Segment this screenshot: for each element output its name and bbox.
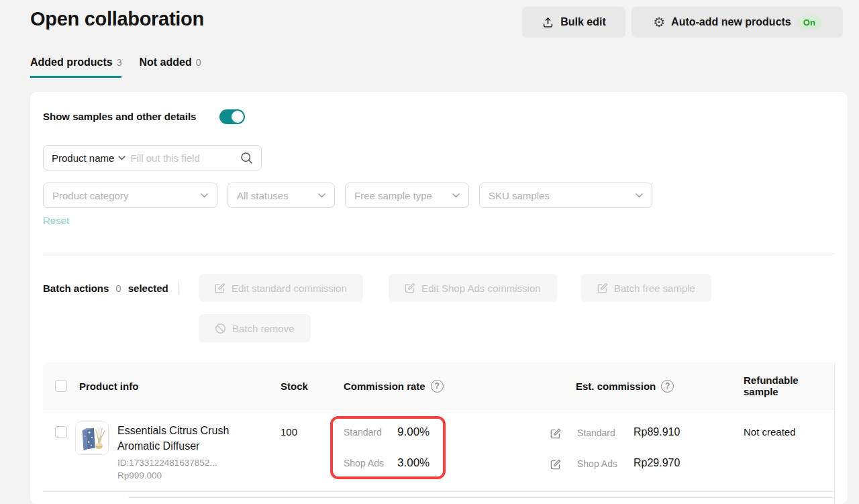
tab-not-added[interactable]: Not added 0 (139, 56, 201, 78)
free-sample-type-select[interactable]: Free sample type (345, 183, 469, 208)
vertical-separator (178, 281, 179, 295)
product-category-select[interactable]: Product category (43, 183, 217, 208)
tab-not-added-label: Not added (139, 56, 191, 68)
batch-free-sample-label: Batch free sample (614, 283, 695, 294)
est-shop-ads-label: Shop Ads (577, 458, 617, 469)
table-header-row: Product info Stock Commission rate ? Est… (43, 362, 834, 409)
column-header-est-commission: Est. commission ? (576, 362, 674, 409)
est-standard-value: Rp89.910 (634, 426, 680, 438)
show-samples-label: Show samples and other details (43, 111, 196, 122)
toggle-knob (232, 111, 244, 123)
page-title: Open collaboration (30, 8, 204, 30)
batch-free-sample-button[interactable]: Batch free sample (581, 274, 711, 302)
chevron-down-icon (318, 193, 325, 198)
tab-added-products-label: Added products (30, 56, 113, 68)
column-header-product-info: Product info (79, 362, 138, 409)
sku-samples-select-label: SKU samples (489, 190, 550, 201)
column-header-stock: Stock (281, 362, 308, 409)
search-icon[interactable] (240, 152, 253, 164)
batch-selected-label: selected (128, 283, 168, 294)
auto-add-status-badge: On (797, 15, 821, 30)
commission-standard-label: Standard (344, 427, 382, 438)
batch-actions-summary: Batch actions 0 selected (43, 274, 179, 302)
product-id: ID:1733122481637852... (117, 458, 217, 468)
help-icon[interactable]: ? (431, 380, 444, 393)
help-icon[interactable]: ? (661, 380, 674, 393)
est-standard-label: Standard (577, 427, 615, 438)
batch-actions-label: Batch actions (43, 283, 109, 294)
edit-icon (597, 283, 608, 293)
commission-shop-ads-value: 3.00% (397, 456, 430, 470)
commission-standard-value: 9.00% (397, 425, 430, 439)
table-horizontal-scrollbar[interactable] (128, 497, 834, 498)
bulk-edit-button[interactable]: Bulk edit (522, 7, 625, 38)
batch-selected-count: 0 (115, 283, 121, 294)
search-input[interactable] (130, 152, 236, 164)
product-category-select-label: Product category (52, 190, 128, 201)
gear-icon: ⚙ (653, 15, 665, 29)
auto-add-new-products-button[interactable]: ⚙ Auto-add new products On (631, 7, 843, 38)
section-divider (43, 254, 835, 254)
tab-bar: Added products 3 Not added 0 (30, 56, 201, 78)
free-sample-type-select-label: Free sample type (354, 190, 432, 201)
edit-icon (215, 283, 225, 293)
prohibit-icon (215, 323, 226, 334)
batch-remove-button[interactable]: Batch remove (199, 314, 311, 342)
edit-shop-ads-commission-label: Edit Shop Ads commission (421, 283, 541, 294)
reset-filters-link[interactable]: Reset (43, 215, 69, 226)
batch-remove-label: Batch remove (232, 323, 295, 334)
est-shop-ads-value: Rp29.970 (634, 457, 680, 469)
select-all-checkbox[interactable] (55, 380, 67, 392)
upload-icon (542, 16, 554, 29)
edit-standard-commission-icon[interactable] (550, 428, 561, 442)
stock-value: 100 (281, 426, 297, 438)
refundable-sample-value: Not created (744, 426, 796, 438)
tab-not-added-count: 0 (196, 56, 201, 68)
sku-samples-select[interactable]: SKU samples (479, 183, 652, 208)
edit-icon (405, 283, 415, 293)
product-price: Rp999.000 (117, 470, 162, 481)
open-collaboration-page: Open collaboration Bulk edit ⚙ Auto-add … (0, 0, 859, 504)
table-row: Essentials Citrus Crush Aromatic Diffuse… (43, 409, 834, 492)
show-samples-toggle[interactable] (219, 109, 245, 124)
edit-standard-commission-button[interactable]: Edit standard commission (199, 274, 363, 302)
search-field-selector[interactable]: Product name (52, 152, 125, 164)
commission-shop-ads-label: Shop Ads (344, 458, 384, 468)
tab-added-products-count: 3 (117, 56, 122, 68)
row-checkbox[interactable] (55, 426, 67, 438)
tab-added-products[interactable]: Added products 3 (30, 56, 121, 78)
chevron-down-icon (201, 193, 208, 198)
products-card: Show samples and other details Product n… (30, 92, 848, 504)
chevron-down-icon (118, 156, 125, 160)
edit-shop-ads-commission-button[interactable]: Edit Shop Ads commission (389, 274, 557, 302)
chevron-down-icon (452, 193, 460, 198)
product-name[interactable]: Essentials Citrus Crush Aromatic Diffuse… (117, 423, 242, 454)
product-search-combo: Product name (43, 145, 262, 170)
auto-add-label: Auto-add new products (671, 16, 791, 28)
column-header-refundable-sample: Refundable sample (744, 362, 834, 409)
chevron-down-icon (636, 193, 643, 198)
search-field-selector-label: Product name (52, 152, 114, 164)
column-header-commission-rate: Commission rate ? (344, 362, 444, 409)
bulk-edit-label: Bulk edit (560, 16, 606, 28)
edit-standard-commission-label: Edit standard commission (232, 283, 347, 294)
product-thumbnail[interactable] (75, 421, 109, 455)
edit-shop-ads-commission-icon[interactable] (550, 459, 561, 472)
status-select[interactable]: All statuses (228, 183, 335, 208)
status-select-label: All statuses (237, 190, 289, 201)
products-table: Product info Stock Commission rate ? Est… (43, 362, 835, 504)
